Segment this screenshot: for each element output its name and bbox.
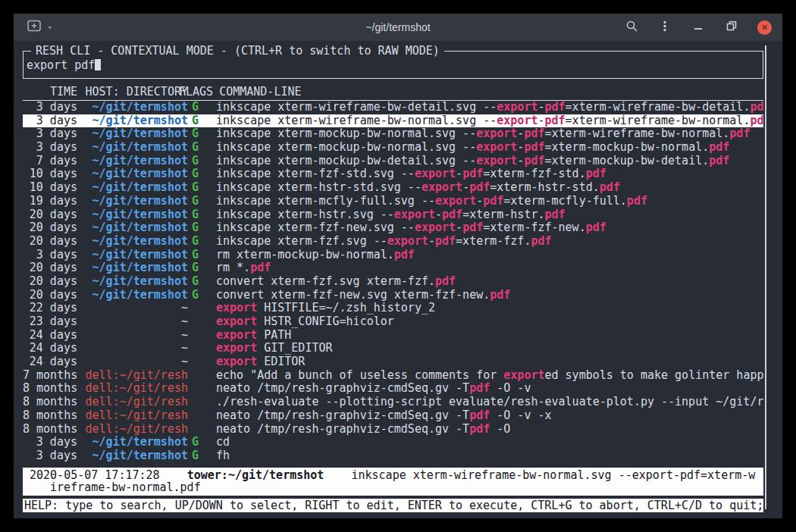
header-time: TIME [23, 86, 77, 99]
history-row[interactable]: 20 days~/git/termshotGrm *.pdf [23, 261, 763, 275]
search-icon [625, 20, 638, 36]
menu-kebab-icon [659, 20, 671, 36]
history-row[interactable]: 3 days~/git/termshotGinkscape xterm-mock… [23, 127, 763, 141]
history-row[interactable]: 3 days~/git/termshotGcd [23, 436, 763, 449]
row-host-directory: ~/git/termshot [77, 261, 188, 275]
row-flags [188, 369, 216, 383]
search-button[interactable] [624, 20, 639, 35]
restore-button[interactable] [724, 20, 739, 35]
history-row[interactable]: 20 days~/git/termshotGinkscape xterm-fzf… [23, 221, 763, 235]
row-host-directory: ~/git/termshot [77, 195, 188, 208]
row-host-directory: ~ [77, 315, 188, 329]
history-row[interactable]: 19 days~/git/termshotGinkscape xterm-mcf… [23, 195, 763, 208]
row-command: fh [216, 449, 763, 463]
history-row[interactable]: 3 days~/git/termshotGrm xterm-mockup-bw-… [23, 249, 763, 262]
history-row[interactable]: 23 days~export HSTR_CONFIG=hicolor [23, 315, 763, 329]
row-command: cd [216, 436, 763, 449]
row-time: 20 days [23, 208, 77, 222]
row-host-directory: ~ [77, 342, 188, 355]
history-row[interactable]: 10 days~/git/termshotGinkscape xterm-fzf… [23, 167, 763, 181]
row-time: 3 days [23, 141, 77, 155]
row-time: 22 days [23, 302, 77, 315]
history-row[interactable]: 8 monthsdell:~/git/resh./resh-evaluate -… [23, 396, 763, 409]
history-row[interactable]: 10 days~/git/termshotGinkscape xterm-hst… [23, 181, 763, 195]
history-row-selected[interactable]: 3 days~/git/termshotGinkscape xterm-wire… [23, 114, 763, 128]
new-tab-button[interactable] [27, 20, 42, 35]
header-host-directory: HOST: DIRECTORY [77, 86, 188, 99]
row-time: 8 months [23, 423, 77, 437]
row-flags [188, 382, 216, 396]
detail-command-wrap: ireframe-bw-normal.pdf [23, 481, 763, 493]
row-flags [188, 396, 216, 409]
row-flags [188, 329, 216, 343]
history-row[interactable]: 3 days~/git/termshotGinkscape xterm-mock… [23, 141, 763, 155]
close-icon: ✕ [761, 23, 768, 33]
row-flags [188, 355, 216, 369]
row-host-directory: ~/git/termshot [77, 436, 188, 449]
row-command: inkscape xterm-mockup-bw-normal.svg --ex… [216, 141, 763, 155]
detail-pane: 2020-05-07 17:17:28 tower:~/git/termshot… [23, 468, 763, 496]
row-command: inkscape xterm-mockup-bw-normal.svg --ex… [216, 127, 763, 141]
restore-icon [725, 20, 738, 35]
row-time: 3 days [23, 449, 77, 463]
history-row[interactable]: 24 days~export EDITOR [23, 355, 763, 369]
row-flags: G [188, 249, 216, 262]
row-flags: G [188, 114, 216, 128]
row-command: export EDITOR [216, 355, 763, 369]
row-host-directory: ~/git/termshot [77, 275, 188, 289]
row-host-directory: ~/git/termshot [77, 449, 188, 463]
row-flags: G [188, 235, 216, 249]
row-command: inkscape xterm-mcfly-full.svg --export-p… [216, 195, 763, 208]
history-row[interactable]: 20 days~/git/termshotGinkscape xterm-fzf… [23, 235, 763, 249]
menu-button[interactable] [657, 20, 672, 35]
minimize-button[interactable] [691, 20, 706, 35]
row-time: 3 days [23, 249, 77, 262]
detail-line-1: 2020-05-07 17:17:28 tower:~/git/termshot… [23, 469, 763, 481]
row-command: neato /tmp/resh-graphviz-cmdSeq.gv -Tpdf… [216, 409, 763, 423]
history-row[interactable]: 8 monthsdell:~/git/reshneato /tmp/resh-g… [23, 382, 763, 396]
row-host-directory: dell:~/git/resh [77, 369, 188, 383]
row-time: 7 months [23, 369, 77, 383]
row-host-directory: ~/git/termshot [77, 167, 188, 181]
minimize-icon [692, 20, 704, 35]
row-command: echo "Add a bunch of useless comments fo… [216, 369, 763, 383]
row-host-directory: dell:~/git/resh [77, 396, 188, 409]
history-row[interactable]: 8 monthsdell:~/git/reshneato /tmp/resh-g… [23, 409, 763, 423]
text-cursor [95, 59, 101, 70]
row-host-directory: ~/git/termshot [77, 101, 188, 114]
terminal-window: ▾ ~/git/termshot [14, 14, 782, 518]
row-flags: G [188, 101, 216, 114]
row-command: neato /tmp/resh-graphviz-cmdSeq.gv -Tpdf… [216, 382, 763, 396]
history-row[interactable]: 24 days~export GIT_EDITOR [23, 342, 763, 355]
new-tab-icon [27, 20, 42, 35]
search-box-title: RESH CLI - CONTEXTUAL MODE - (CTRL+R to … [31, 44, 444, 58]
history-row[interactable]: 7 days~/git/termshotGinkscape xterm-mock… [23, 155, 763, 168]
row-time: 20 days [23, 289, 77, 302]
history-row[interactable]: 8 monthsdell:~/git/reshneato /tmp/resh-g… [23, 423, 763, 437]
history-row[interactable]: 7 monthsdell:~/git/reshecho "Add a bunch… [23, 369, 763, 383]
row-time: 20 days [23, 275, 77, 289]
row-time: 7 days [23, 155, 77, 168]
history-list: 3 days~/git/termshotGinkscape xterm-wire… [23, 101, 763, 463]
history-row[interactable]: 24 days~export PATH [23, 329, 763, 343]
row-host-directory: ~/git/termshot [77, 127, 188, 141]
row-flags: G [188, 155, 216, 168]
history-row[interactable]: 20 days~/git/termshotGconvert xterm-fzf.… [23, 275, 763, 289]
row-command: inkscape xterm-fzf-std.svg --export-pdf=… [216, 167, 763, 181]
row-command: inkscape xterm-wireframe-bw-detail.svg -… [216, 101, 763, 114]
history-row[interactable]: 3 days~/git/termshotGinkscape xterm-wire… [23, 101, 763, 114]
close-button[interactable]: ✕ [757, 20, 772, 35]
history-row[interactable]: 22 days~export HISTFILE=~/.zsh_history_2 [23, 302, 763, 315]
row-host-directory: ~ [77, 302, 188, 315]
history-row[interactable]: 3 days~/git/termshotGfh [23, 449, 763, 463]
dropdown-caret-icon[interactable]: ▾ [48, 24, 52, 31]
row-time: 3 days [23, 436, 77, 449]
row-flags [188, 409, 216, 423]
history-row[interactable]: 20 days~/git/termshotGinkscape xterm-hst… [23, 208, 763, 222]
row-command: inkscape xterm-wireframe-bw-normal.svg -… [216, 114, 763, 128]
history-row[interactable]: 20 days~/git/termshotGconvert xterm-fzf-… [23, 289, 763, 302]
row-host-directory: dell:~/git/resh [77, 382, 188, 396]
row-time: 10 days [23, 181, 77, 195]
scrollbar[interactable] [765, 45, 766, 509]
row-flags: G [188, 449, 216, 463]
